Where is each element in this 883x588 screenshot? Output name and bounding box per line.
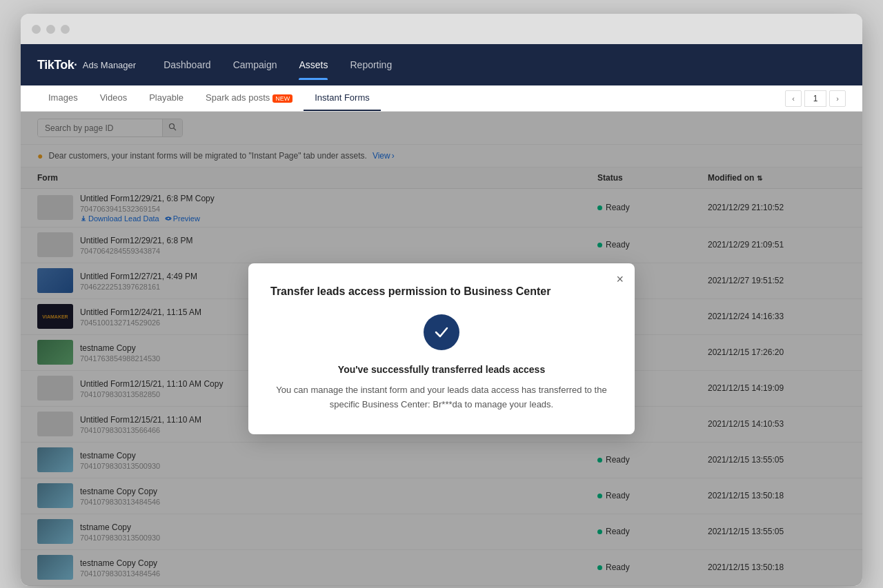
nav-item-campaign[interactable]: Campaign <box>233 55 277 74</box>
modal-close-button[interactable]: × <box>616 273 624 285</box>
tab-playable[interactable]: Playable <box>138 85 195 111</box>
brand-sub: Ads Manager <box>83 60 136 70</box>
modal-description: You can manage the instant form and your… <box>270 383 613 412</box>
nav-item-dashboard[interactable]: Dashboard <box>163 55 211 74</box>
modal-overlay[interactable]: × Transfer leads access permission to Bu… <box>21 112 862 586</box>
checkmark-icon <box>432 323 451 342</box>
tab-videos[interactable]: Videos <box>89 85 139 111</box>
window-titlebar <box>21 14 862 44</box>
modal-success-text: You've successfully transferred leads ac… <box>270 364 613 375</box>
modal-title: Transfer leads access permission to Busi… <box>270 285 613 298</box>
tab-spark-ads-posts[interactable]: Spark ads postsNEW <box>195 85 304 111</box>
traffic-light-maximize[interactable] <box>61 25 70 34</box>
pagination: ‹ 1 › <box>785 90 846 111</box>
tab-images[interactable]: Images <box>37 85 89 111</box>
tabs-bar: Images Videos Playable Spark ads postsNE… <box>21 85 862 112</box>
nav-items: Dashboard Campaign Assets Reporting <box>163 55 846 74</box>
app-window: TikTok· Ads Manager Dashboard Campaign A… <box>21 14 862 586</box>
nav-item-reporting[interactable]: Reporting <box>350 55 392 74</box>
traffic-light-minimize[interactable] <box>46 25 55 34</box>
nav-item-assets[interactable]: Assets <box>299 55 328 74</box>
traffic-light-close[interactable] <box>32 25 41 34</box>
main-nav: TikTok· Ads Manager Dashboard Campaign A… <box>21 44 862 85</box>
page-prev-button[interactable]: ‹ <box>785 90 802 107</box>
tab-instant-forms[interactable]: Instant Forms <box>304 85 380 111</box>
modal-success-icon <box>424 314 459 350</box>
main-content: ● Dear customers, your instant forms wil… <box>21 112 862 586</box>
modal-dialog: × Transfer leads access permission to Bu… <box>248 263 635 434</box>
spark-badge: NEW <box>272 94 292 103</box>
brand-logo: TikTok <box>37 58 74 72</box>
page-number: 1 <box>804 90 826 107</box>
page-next-button[interactable]: › <box>829 90 846 107</box>
nav-brand: TikTok· Ads Manager <box>37 58 136 72</box>
